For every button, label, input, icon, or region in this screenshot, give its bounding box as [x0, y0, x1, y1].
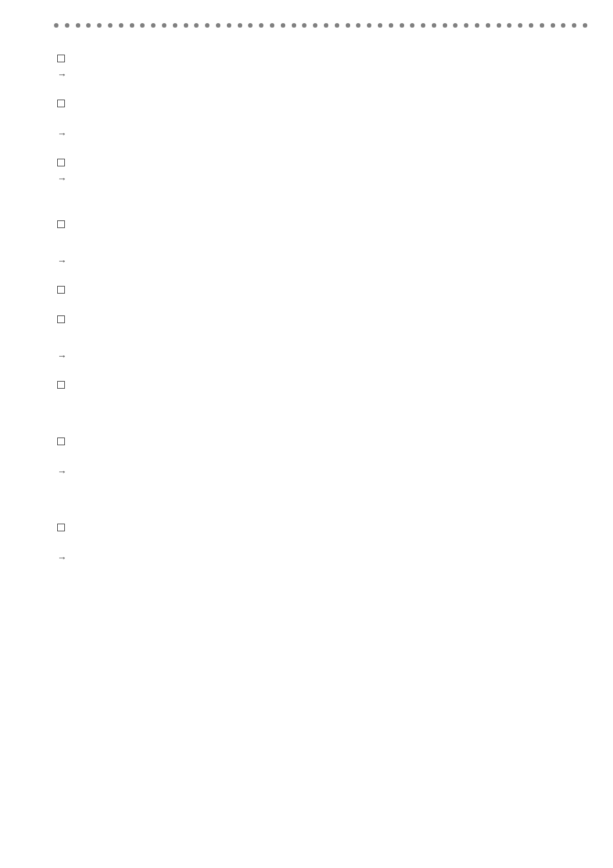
square-icon	[57, 524, 65, 531]
dot-icon	[572, 23, 576, 28]
checkbox-bullet	[57, 378, 586, 391]
square-icon	[57, 286, 65, 294]
dot-icon	[561, 23, 565, 28]
arrow-right-icon: →	[57, 553, 67, 562]
checkbox-bullet	[57, 435, 586, 448]
dot-icon	[97, 23, 102, 28]
spacer	[57, 362, 586, 378]
dot-icon	[119, 23, 123, 28]
arrow-bullet: →	[57, 254, 586, 267]
dot-icon	[259, 23, 263, 28]
dot-icon	[162, 23, 166, 28]
arrow-bullet: →	[57, 551, 586, 563]
arrow-bullet: →	[57, 349, 586, 362]
dot-icon	[551, 23, 555, 28]
square-icon	[57, 220, 65, 228]
dot-icon	[497, 23, 501, 28]
spacer	[57, 296, 586, 313]
dot-icon	[356, 23, 360, 28]
checkbox-bullet	[57, 521, 586, 534]
checkbox-bullet	[57, 52, 586, 65]
dot-icon	[583, 23, 587, 28]
square-icon	[57, 100, 65, 107]
spacer	[57, 267, 586, 283]
checkbox-bullet	[57, 313, 586, 326]
spacer	[57, 184, 586, 218]
arrow-right-icon: →	[57, 128, 67, 138]
dot-icon	[389, 23, 393, 28]
dot-icon	[248, 23, 253, 28]
arrow-bullet: →	[57, 67, 586, 80]
arrow-bullet: →	[57, 172, 586, 184]
dot-icon	[400, 23, 404, 28]
dot-icon	[378, 23, 382, 28]
dot-icon	[486, 23, 490, 28]
dot-icon	[313, 23, 317, 28]
dot-icon	[529, 23, 533, 28]
dot-icon	[76, 23, 80, 28]
dot-icon	[346, 23, 350, 28]
dot-icon	[130, 23, 134, 28]
square-icon	[57, 438, 65, 445]
dot-icon	[184, 23, 188, 28]
spacer	[57, 139, 586, 156]
dot-icon	[367, 23, 371, 28]
arrow-bullet: →	[57, 127, 586, 139]
dot-icon	[281, 23, 285, 28]
arrow-right-icon: →	[57, 351, 67, 360]
arrow-right-icon: →	[57, 256, 67, 265]
spacer	[57, 477, 586, 521]
dot-icon	[108, 23, 112, 28]
square-icon	[57, 381, 65, 389]
dot-icon	[540, 23, 544, 28]
page-content: →→→→→→→	[0, 0, 613, 563]
arrow-bullet: →	[57, 465, 586, 477]
spacer	[57, 80, 586, 97]
dot-icon	[324, 23, 328, 28]
dot-icon	[86, 23, 91, 28]
dot-icon	[410, 23, 414, 28]
dot-icon	[238, 23, 242, 28]
spacer	[57, 391, 586, 435]
dot-icon	[432, 23, 436, 28]
spacer	[57, 534, 586, 551]
dot-icon	[205, 23, 209, 28]
square-icon	[57, 315, 65, 323]
square-icon	[57, 55, 65, 62]
dot-icon	[302, 23, 306, 28]
dot-icon	[270, 23, 274, 28]
checkbox-bullet	[57, 156, 586, 169]
dot-icon	[65, 23, 69, 28]
arrow-right-icon: →	[57, 466, 67, 476]
dot-icon	[216, 23, 220, 28]
dot-icon	[54, 23, 58, 28]
dot-icon	[475, 23, 479, 28]
dot-icon	[464, 23, 468, 28]
dotted-divider	[54, 23, 586, 28]
arrow-right-icon: →	[57, 173, 67, 183]
spacer	[57, 110, 586, 127]
dot-icon	[335, 23, 339, 28]
dot-icon	[151, 23, 155, 28]
dot-icon	[227, 23, 231, 28]
arrow-right-icon: →	[57, 69, 67, 79]
dot-icon	[421, 23, 425, 28]
bullet-list: →→→→→→→	[54, 52, 586, 563]
spacer	[57, 326, 586, 349]
dot-icon	[140, 23, 145, 28]
square-icon	[57, 159, 65, 166]
spacer	[57, 231, 586, 254]
dot-icon	[292, 23, 296, 28]
dot-icon	[518, 23, 522, 28]
checkbox-bullet	[57, 283, 586, 296]
checkbox-bullet	[57, 97, 586, 110]
dot-icon	[173, 23, 177, 28]
dot-icon	[194, 23, 199, 28]
checkbox-bullet	[57, 218, 586, 231]
dot-icon	[443, 23, 447, 28]
spacer	[57, 448, 586, 465]
dot-icon	[507, 23, 511, 28]
dot-icon	[453, 23, 458, 28]
